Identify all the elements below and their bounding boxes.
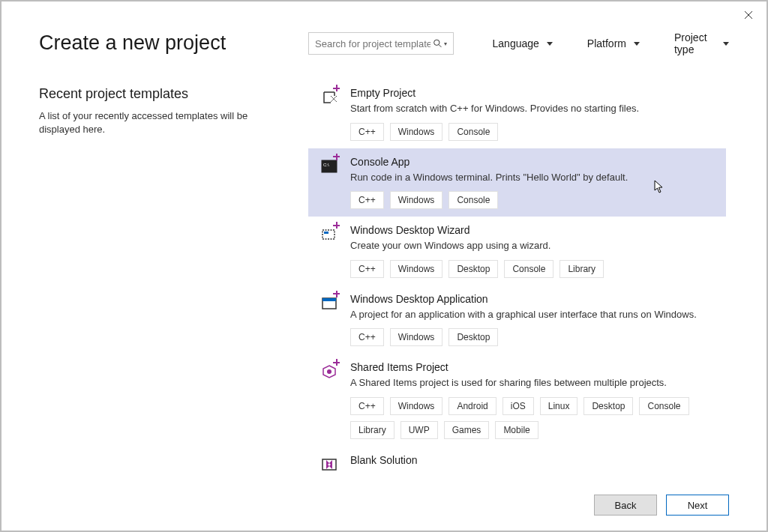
template-item[interactable]: Shared Items ProjectA Shared Items proje…: [308, 354, 726, 447]
chevron-down-icon: [634, 42, 640, 46]
template-body: Empty ProjectStart from scratch with C++…: [350, 87, 716, 141]
template-description: Create your own Windows app using a wiza…: [350, 239, 716, 253]
template-tag: C++: [350, 191, 384, 209]
template-icon: [320, 363, 338, 381]
template-name: Empty Project: [350, 87, 716, 99]
template-tag: Android: [448, 397, 496, 415]
template-tags: C++WindowsConsole: [350, 191, 716, 209]
close-button[interactable]: [741, 7, 756, 22]
template-tags: C++WindowsDesktopConsoleLibrary: [350, 260, 716, 278]
template-tag: Linux: [540, 397, 578, 415]
template-tag: C++: [350, 328, 384, 346]
template-icon: [320, 294, 338, 312]
template-tag: Mobile: [495, 421, 538, 439]
svg-point-0: [434, 40, 439, 45]
template-item[interactable]: Windows Desktop WizardCreate your own Wi…: [308, 217, 726, 285]
template-tag: Console: [448, 123, 498, 141]
template-list[interactable]: Empty ProjectStart from scratch with C++…: [308, 79, 729, 471]
template-tag: C++: [350, 260, 384, 278]
search-input[interactable]: [309, 33, 453, 54]
template-item[interactable]: Blank SolutionCreate an empty solution c…: [308, 447, 726, 471]
filter-label: Project type: [674, 31, 716, 55]
template-tag: UWP: [400, 421, 438, 439]
template-body: Console AppRun code in a Windows termina…: [350, 156, 716, 210]
template-tag: Console: [448, 191, 498, 209]
template-icon: [320, 226, 338, 244]
platform-filter[interactable]: Platform: [587, 31, 640, 55]
svg-point-8: [327, 369, 332, 374]
template-icon: [320, 88, 338, 106]
template-description: A Shared Items project is used for shari…: [350, 376, 716, 390]
template-body: Windows Desktop ApplicationA project for…: [350, 293, 716, 347]
template-tag: Windows: [390, 397, 443, 415]
template-tag: Desktop: [448, 260, 498, 278]
template-tag: Console: [639, 397, 688, 415]
template-description: Create an empty solution containing no p…: [350, 469, 716, 471]
template-item[interactable]: Windows Desktop ApplicationA project for…: [308, 285, 726, 354]
filter-label: Platform: [587, 37, 626, 49]
template-body: Blank SolutionCreate an empty solution c…: [350, 454, 716, 471]
template-tag: Windows: [390, 260, 443, 278]
template-tag: Windows: [390, 328, 443, 346]
recent-templates-heading: Recent project templates: [39, 86, 293, 102]
language-filter[interactable]: Language: [493, 31, 553, 55]
search-icon: ▾: [433, 39, 447, 49]
template-tag: Desktop: [584, 397, 633, 415]
template-item[interactable]: C:\Console AppRun code in a Windows term…: [308, 148, 726, 217]
template-name: Blank Solution: [350, 454, 716, 466]
template-name: Windows Desktop Wizard: [350, 224, 716, 236]
chevron-down-icon: [547, 42, 553, 46]
template-tags: C++WindowsAndroidiOSLinuxDesktopConsoleL…: [350, 397, 716, 439]
template-description: A project for an application with a grap…: [350, 308, 716, 321]
project-type-filter[interactable]: Project type: [674, 31, 729, 55]
template-tag: Games: [444, 421, 490, 439]
template-body: Shared Items ProjectA Shared Items proje…: [350, 361, 716, 439]
template-tag: Desktop: [448, 328, 498, 346]
template-item[interactable]: Empty ProjectStart from scratch with C++…: [308, 79, 726, 148]
template-tag: Console: [504, 260, 554, 278]
template-description: Run code in a Windows terminal. Prints "…: [350, 171, 716, 184]
template-icon: C:\: [320, 157, 338, 175]
template-tag: Library: [560, 260, 604, 278]
chevron-down-icon: [723, 42, 729, 46]
svg-text:C:\: C:\: [323, 163, 329, 167]
svg-rect-4: [322, 230, 334, 239]
template-name: Windows Desktop Application: [350, 293, 716, 305]
svg-rect-5: [324, 232, 328, 234]
template-tag: C++: [350, 123, 384, 141]
svg-rect-9: [322, 459, 336, 470]
next-button[interactable]: Next: [666, 495, 729, 516]
template-tags: C++WindowsConsole: [350, 123, 716, 141]
page-title: Create a new project: [39, 31, 293, 55]
template-tag: Windows: [390, 191, 443, 209]
back-button[interactable]: Back: [594, 495, 657, 516]
svg-line-1: [439, 45, 441, 47]
template-icon: [320, 456, 338, 471]
right-column: ▾ Language Platform Project type Empty P…: [308, 31, 729, 471]
template-name: Shared Items Project: [350, 361, 716, 373]
template-description: Start from scratch with C++ for Windows.…: [350, 102, 716, 115]
template-body: Windows Desktop WizardCreate your own Wi…: [350, 224, 716, 278]
template-tag: C++: [350, 397, 384, 415]
close-icon: [744, 10, 753, 19]
template-tag: Library: [350, 421, 394, 439]
left-column: Create a new project Recent project temp…: [39, 31, 308, 471]
template-tags: C++WindowsDesktop: [350, 328, 716, 346]
search-input-container[interactable]: ▾: [308, 32, 454, 55]
template-tag: Windows: [390, 123, 443, 141]
recent-templates-description: A list of your recently accessed templat…: [39, 109, 264, 136]
filter-label: Language: [493, 37, 539, 49]
template-tag: iOS: [502, 397, 534, 415]
template-name: Console App: [350, 156, 716, 168]
